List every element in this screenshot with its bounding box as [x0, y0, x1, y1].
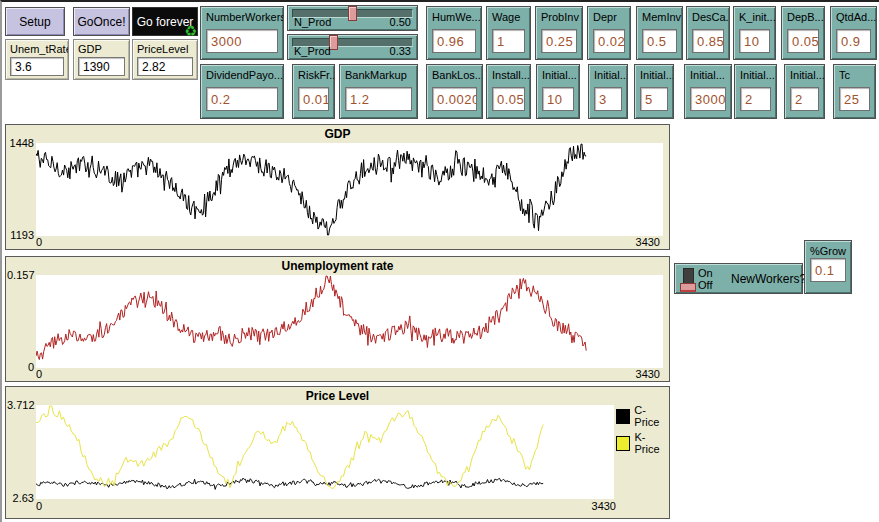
- gdp-chart-canvas: [36, 143, 663, 236]
- input-label: Initial...: [785, 65, 824, 81]
- forever-recycle-icon: ♻: [184, 24, 197, 38]
- legend-label: C-Price: [634, 404, 669, 428]
- y-min-label: 0: [7, 361, 34, 373]
- plot-title: Price Level: [6, 389, 669, 403]
- initial-2-input[interactable]: [594, 87, 622, 111]
- plot-unemployment-rate: Unemployment rate 0.157 0 0 3430: [5, 256, 670, 382]
- input-initial-5-box: Initial...: [734, 64, 777, 119]
- input-label: QtdAd...: [831, 7, 876, 23]
- input-label: Initial...: [735, 65, 776, 81]
- slider-k-prod: K_Prod 0.33: [287, 34, 418, 60]
- input-initial-4-box: Initial...: [684, 64, 732, 119]
- legend-item-c-price: C-Price: [616, 404, 669, 428]
- monitor-value: 1390: [78, 57, 125, 76]
- monitor-pricelevel: PriceLevel 2.82: [132, 39, 198, 80]
- k-init-input[interactable]: [739, 29, 770, 53]
- input-depr-box: Depr: [587, 6, 631, 60]
- depb-input[interactable]: [787, 29, 819, 53]
- banklos-input[interactable]: [432, 87, 477, 111]
- x-max-label: 3430: [636, 368, 660, 380]
- initial-5-input[interactable]: [740, 87, 771, 111]
- input-label: MemInv: [637, 7, 682, 23]
- input-banklos-box: BankLos...: [426, 64, 483, 119]
- input-label: NumberWorkers: [201, 7, 283, 23]
- input-label: DepB...: [782, 7, 824, 23]
- initial-3-input[interactable]: [640, 87, 668, 111]
- monitor-value: 3.6: [10, 57, 64, 76]
- input-grow-box: %Grow: [804, 240, 852, 294]
- wage-input[interactable]: [492, 29, 525, 53]
- go-once-button[interactable]: GoOnce!: [73, 7, 130, 36]
- probinv-input[interactable]: [541, 29, 577, 53]
- input-dividendpayo-box: DividendPayo...: [200, 64, 284, 119]
- input-install-box: Install...: [486, 64, 531, 119]
- input-label: HumWe...: [427, 7, 481, 23]
- monitor-value: 2.82: [137, 57, 193, 76]
- input-label: Tc: [834, 65, 875, 81]
- initial-1-input[interactable]: [542, 87, 574, 111]
- switch-handle[interactable]: [680, 283, 696, 292]
- riskfr-input[interactable]: [298, 87, 329, 111]
- y-max-label: 3.712: [7, 399, 34, 411]
- netlogo-interface: Setup GoOnce! Go forever ♻ Unem_tRate 3.…: [0, 0, 879, 522]
- y-max-label: 1448: [7, 137, 34, 149]
- x-max-label: 3430: [636, 236, 660, 248]
- meminv-input[interactable]: [642, 29, 677, 53]
- input-label: Initial...: [589, 65, 627, 81]
- input-label: Depr: [588, 7, 630, 23]
- x-max-label: 3430: [592, 500, 616, 512]
- slider-value: 0.33: [390, 45, 411, 57]
- grow-input[interactable]: [810, 258, 846, 282]
- y-min-label: 1193: [7, 229, 34, 241]
- desca-input[interactable]: [692, 29, 724, 53]
- unemployment-chart-canvas: [36, 275, 663, 368]
- switch-off-label: Off: [698, 279, 713, 291]
- input-initial-6-box: Initial...: [784, 64, 825, 119]
- tc-input[interactable]: [839, 87, 870, 111]
- input-label: DividendPayo...: [201, 65, 283, 81]
- input-label: Install...: [487, 65, 530, 81]
- monitor-label: Unem_tRate: [6, 40, 68, 55]
- plot-price-level: Price Level 3.712 2.63 0 3430 C-Price K-…: [5, 386, 670, 519]
- input-label: Initial...: [537, 65, 579, 81]
- humwe-input[interactable]: [432, 29, 476, 53]
- depr-input[interactable]: [593, 29, 625, 53]
- dividendpayo-input[interactable]: [206, 87, 278, 111]
- input-meminv-box: MemInv: [636, 6, 683, 60]
- input-tc-box: Tc: [833, 64, 876, 119]
- install-input[interactable]: [492, 87, 525, 111]
- qtdad-input[interactable]: [836, 29, 871, 53]
- input-bankmarkup-box: BankMarkup: [339, 64, 418, 119]
- slider-n-prod: N_Prod 0.50: [287, 5, 418, 31]
- initial-4-input[interactable]: [690, 87, 726, 111]
- input-humwe-box: HumWe...: [426, 6, 482, 60]
- input-label: DesCa...: [687, 7, 729, 23]
- monitor-label: GDP: [74, 40, 129, 55]
- plot-title: Unemployment rate: [6, 259, 669, 273]
- x-min-label: 0: [36, 500, 42, 512]
- setup-button[interactable]: Setup: [5, 7, 65, 36]
- input-initial-1-box: Initial...: [536, 64, 580, 119]
- input-qtdad-box: QtdAd...: [830, 6, 877, 60]
- input-label: %Grow: [805, 241, 851, 257]
- legend-label: K-Price: [634, 431, 669, 455]
- bankmarkup-input[interactable]: [345, 87, 412, 111]
- slider-label: N_Prod: [294, 16, 331, 28]
- switch-on-off-labels: On Off: [698, 267, 713, 291]
- input-wage-box: Wage: [486, 6, 531, 60]
- plot-legend: C-Price K-Price: [616, 404, 669, 458]
- input-depb-box: DepB...: [781, 6, 825, 60]
- monitor-label: PriceLevel: [133, 40, 197, 55]
- numberworkers-input[interactable]: [206, 29, 278, 53]
- input-numberworkers-box: NumberWorkers: [200, 6, 284, 60]
- newworkers-switch[interactable]: On Off NewWorkers?: [674, 263, 803, 294]
- k-price-swatch: [616, 436, 630, 451]
- c-price-swatch: [616, 409, 630, 424]
- y-min-label: 2.63: [7, 492, 34, 504]
- y-max-label: 0.157: [7, 269, 34, 281]
- input-desca-box: DesCa...: [686, 6, 730, 60]
- input-probinv-box: ProbInv: [535, 6, 583, 60]
- go-forever-button[interactable]: Go forever ♻: [132, 7, 198, 36]
- monitor-unem-trate: Unem_tRate 3.6: [5, 39, 69, 80]
- initial-6-input[interactable]: [790, 87, 819, 111]
